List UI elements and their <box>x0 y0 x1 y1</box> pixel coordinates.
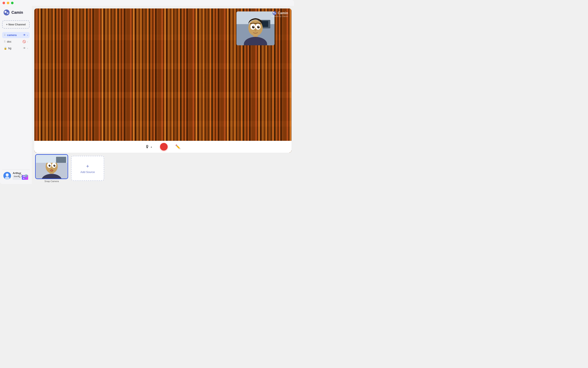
arrow-icon[interactable]: › <box>27 34 28 37</box>
pen-icon: ✏️ <box>175 144 181 149</box>
watermark-logo-icon <box>272 11 277 15</box>
channel-name: camera <box>7 33 22 37</box>
sidebar: Camin + New Channel ⠿ camera 👁 › ⠿ doc <box>0 6 32 184</box>
watermark: Camin Powered by Classin <box>271 11 288 17</box>
arrow-icon[interactable]: › <box>27 40 28 43</box>
video-container: Camin Powered by Classin 🎙 ▲ ✏️ <box>34 9 291 153</box>
pip-camera <box>236 11 274 45</box>
pen-button[interactable]: ✏️ <box>173 143 182 151</box>
svg-point-29 <box>54 165 55 167</box>
svg-point-30 <box>50 165 51 166</box>
video-wrapper: Camin Powered by Classin 🎙 ▲ ✏️ <box>32 6 294 153</box>
channel-name: doc <box>7 40 21 43</box>
svg-point-19 <box>273 11 277 15</box>
record-button[interactable] <box>160 143 168 151</box>
user-name: Arthur <box>13 172 17 175</box>
controls-bar: 🎙 ▲ ✏️ <box>34 141 291 153</box>
svg-point-0 <box>4 9 9 16</box>
channel-name: bg <box>8 46 22 50</box>
eye-slash-icon[interactable]: 🚫 <box>22 40 26 43</box>
new-channel-button[interactable]: + New Channel <box>2 20 30 28</box>
svg-rect-33 <box>56 157 66 163</box>
maximize-button[interactable] <box>11 2 14 4</box>
content-area: Camin + New Channel ⠿ camera 👁 › ⠿ doc <box>0 6 294 184</box>
channel-list: ⠿ camera 👁 › ⠿ doc 🚫 › 🔒 bg 👁 <box>2 32 30 170</box>
titlebar <box>0 0 294 6</box>
watermark-logo: Camin <box>272 11 288 15</box>
pip-character <box>236 11 274 45</box>
arrow-icon[interactable]: › <box>27 47 28 50</box>
channel-item-doc[interactable]: ⠿ doc 🚫 › <box>2 38 30 45</box>
add-source-button[interactable]: + Add Source <box>71 156 104 181</box>
svg-point-21 <box>275 13 276 14</box>
svg-point-28 <box>49 165 51 167</box>
user-info: Arthur Starter PRO ✦ <box>13 172 17 180</box>
svg-point-2 <box>7 12 9 14</box>
channel-item-bg[interactable]: 🔒 bg 👁 › <box>2 45 30 51</box>
minimize-button[interactable] <box>7 2 9 4</box>
chat-button[interactable]: 💬 <box>18 174 23 178</box>
main-content: Camin Powered by Classin 🎙 ▲ ✏️ <box>32 6 294 184</box>
svg-point-1 <box>4 11 7 13</box>
caret-up-icon: ▲ <box>150 146 152 148</box>
lock-icon: 🔒 <box>4 47 7 50</box>
svg-point-17 <box>253 26 254 27</box>
svg-point-16 <box>257 26 260 28</box>
app-logo-icon <box>3 9 10 16</box>
drag-icon: ⠿ <box>4 40 6 43</box>
logo-area: Camin <box>2 9 30 17</box>
watermark-subtext: Powered by Classin <box>271 15 288 17</box>
close-button[interactable] <box>2 2 5 4</box>
new-channel-label: + New Channel <box>6 23 26 26</box>
source-item-snap-camera: Snap Camera <box>35 154 68 183</box>
watermark-app-name: Camin <box>278 11 288 15</box>
user-actions: 💬 ⚙️ <box>18 174 28 178</box>
settings-button[interactable]: ⚙️ <box>24 174 28 178</box>
app-window: Camin + New Channel ⠿ camera 👁 › ⠿ doc <box>0 0 294 184</box>
snap-camera-thumbnail[interactable] <box>35 154 68 179</box>
svg-point-20 <box>273 12 274 14</box>
add-source-plus-icon: + <box>86 163 89 169</box>
eye-icon[interactable]: 👁 <box>23 46 26 50</box>
app-title: Camin <box>11 10 23 15</box>
mic-icon: 🎙 <box>145 144 149 149</box>
svg-point-4 <box>6 174 9 176</box>
eye-icon[interactable]: 👁 <box>23 33 26 37</box>
snap-camera-label: Snap Camera <box>45 180 59 183</box>
add-source-wrapper: + Add Source <box>71 156 104 181</box>
svg-point-31 <box>54 165 55 166</box>
add-source-label: Add Source <box>81 170 95 174</box>
snap-camera-preview <box>36 155 68 178</box>
source-strip: Snap Camera + Add Source <box>32 153 294 184</box>
user-badges: Starter PRO ✦ <box>13 175 17 180</box>
mic-button[interactable]: 🎙 ▲ <box>144 143 154 151</box>
user-area: Arthur Starter PRO ✦ 💬 ⚙️ <box>2 170 30 182</box>
svg-point-15 <box>252 26 255 28</box>
avatar <box>3 172 11 180</box>
channel-item-camera[interactable]: ⠿ camera 👁 › <box>2 32 30 38</box>
svg-point-18 <box>258 26 259 27</box>
svg-point-12 <box>248 20 263 36</box>
drag-icon: ⠿ <box>4 34 6 37</box>
